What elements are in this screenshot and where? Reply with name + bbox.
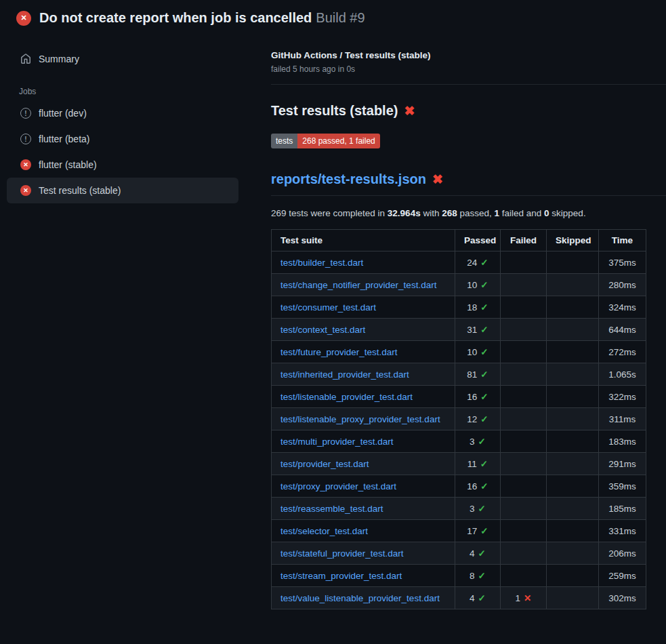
sidebar-item-summary[interactable]: Summary: [7, 46, 238, 72]
count-value: 4: [470, 593, 475, 603]
check-icon: ✓: [480, 392, 488, 402]
test-suite-link[interactable]: test/inherited_provider_test.dart: [280, 369, 409, 380]
check-icon: ✓: [478, 437, 486, 447]
time-cell: 644ms: [599, 319, 646, 341]
skipped-cell: [547, 408, 599, 430]
time-cell: 359ms: [599, 475, 646, 498]
test-suite-link[interactable]: test/context_test.dart: [280, 325, 365, 335]
skipped-cell: [547, 430, 599, 453]
column-header-failed: Failed: [501, 230, 547, 251]
column-header-test-suite: Test suite: [272, 230, 455, 251]
passed-cell: 8✓: [455, 565, 501, 587]
test-suite-link[interactable]: test/value_listenable_provider_test.dart: [280, 593, 440, 603]
column-header-time: Time: [599, 230, 646, 251]
test-suite-link[interactable]: test/proxy_provider_test.dart: [280, 481, 396, 491]
failed-status-icon: ✕: [16, 11, 31, 26]
suite-cell: test/stateful_provider_test.dart: [272, 542, 455, 565]
time-cell: 291ms: [599, 453, 646, 475]
count-value: 11: [467, 459, 477, 469]
table-row: test/reassemble_test.dart3✓185ms: [272, 498, 646, 520]
check-icon: ✓: [480, 347, 488, 357]
passed-cell: 18✓: [455, 296, 501, 319]
badge-value: 268 passed, 1 failed: [297, 134, 379, 148]
sidebar-item-label: flutter (beta): [39, 134, 89, 144]
table-row: test/value_listenable_provider_test.dart…: [272, 587, 646, 609]
failed-cell: 1✕: [501, 587, 547, 609]
jobs-list: ! flutter (dev) ! flutter (beta) ✕ flutt…: [7, 100, 238, 203]
check-icon: ✓: [480, 280, 488, 290]
failed-cell: [501, 341, 547, 363]
test-suite-link[interactable]: test/stream_provider_test.dart: [280, 571, 402, 581]
check-icon: ✓: [480, 526, 488, 536]
summary-line: 269 tests were completed in 32.964s with…: [271, 208, 666, 218]
cancelled-icon: !: [20, 134, 31, 144]
test-suite-link[interactable]: test/stateful_provider_test.dart: [280, 548, 404, 559]
count-value: 10: [467, 347, 477, 357]
suite-cell: test/change_notifier_provider_test.dart: [272, 274, 455, 296]
test-suite-link[interactable]: test/listenable_proxy_provider_test.dart: [280, 414, 440, 424]
time-cell: 206ms: [599, 542, 646, 565]
time-cell: 259ms: [599, 565, 646, 587]
page-header: ✕ Do not create report when job is cance…: [0, 0, 666, 34]
count-value: 31: [467, 325, 477, 335]
test-suite-link[interactable]: test/listenable_provider_test.dart: [280, 392, 413, 402]
report-file-link[interactable]: reports/test-results.json: [271, 172, 426, 187]
test-suite-link[interactable]: test/consumer_test.dart: [280, 302, 376, 313]
suite-cell: test/inherited_provider_test.dart: [272, 363, 455, 386]
passed-cell: 16✓: [455, 475, 501, 498]
sidebar-item-flutter-beta[interactable]: ! flutter (beta): [7, 126, 238, 152]
table-row: test/context_test.dart31✓644ms: [272, 319, 646, 341]
suite-cell: test/value_listenable_provider_test.dart: [272, 587, 455, 609]
skipped-cell: [547, 274, 599, 296]
column-header-skipped: Skipped: [547, 230, 599, 251]
check-icon: ✓: [480, 481, 488, 491]
summary-text: 269 tests were completed in: [271, 208, 388, 218]
failed-cell: [501, 520, 547, 542]
check-icon: ✓: [480, 325, 488, 335]
test-suite-link[interactable]: test/future_provider_test.dart: [280, 347, 398, 357]
summary-text: with: [421, 208, 442, 218]
test-results-table: Test suite Passed Failed Skipped Time te…: [271, 229, 646, 609]
failed-icon: ✕: [20, 159, 31, 170]
page-title: Do not create report when job is cancell…: [39, 10, 365, 26]
x-icon: ✕: [524, 593, 531, 603]
count-value: 3: [470, 504, 475, 514]
sidebar-item-test-results-stable[interactable]: ✕ Test results (stable): [7, 178, 238, 203]
time-cell: 185ms: [599, 498, 646, 520]
summary-text: failed and: [499, 208, 544, 218]
summary-passed-count: 268: [442, 208, 457, 218]
sidebar-item-flutter-stable[interactable]: ✕ flutter (stable): [7, 152, 238, 178]
sidebar-item-flutter-dev[interactable]: ! flutter (dev): [7, 100, 238, 126]
failed-cell: [501, 296, 547, 319]
suite-cell: test/builder_test.dart: [272, 251, 455, 274]
section-title-text: Test results (stable): [271, 103, 398, 119]
passed-cell: 3✓: [455, 430, 501, 453]
x-icon: ✖: [404, 104, 415, 117]
passed-cell: 3✓: [455, 498, 501, 520]
count-value: 1: [516, 593, 521, 603]
table-row: test/stream_provider_test.dart8✓259ms: [272, 565, 646, 587]
cancelled-icon: !: [20, 108, 31, 119]
failed-cell: [501, 453, 547, 475]
test-suite-link[interactable]: test/provider_test.dart: [280, 459, 369, 469]
summary-failed-count: 1: [495, 208, 500, 218]
count-value: 3: [470, 437, 475, 447]
check-icon: ✓: [480, 369, 488, 380]
test-suite-link[interactable]: test/reassemble_test.dart: [280, 504, 383, 514]
sidebar-item-label: flutter (stable): [39, 159, 97, 170]
time-cell: 272ms: [599, 341, 646, 363]
check-icon: ✓: [478, 548, 486, 559]
test-suite-link[interactable]: test/change_notifier_provider_test.dart: [280, 280, 436, 290]
check-icon: ✓: [480, 459, 488, 469]
skipped-cell: [547, 296, 599, 319]
run-meta: failed 5 hours ago in 0s: [271, 64, 666, 74]
test-suite-link[interactable]: test/selector_test.dart: [280, 526, 368, 536]
table-row: test/builder_test.dart24✓375ms: [272, 251, 646, 274]
time-cell: 280ms: [599, 274, 646, 296]
test-suite-link[interactable]: test/multi_provider_test.dart: [280, 437, 394, 447]
suite-cell: test/context_test.dart: [272, 319, 455, 341]
failed-cell: [501, 565, 547, 587]
test-suite-link[interactable]: test/builder_test.dart: [280, 258, 363, 268]
failed-cell: [501, 274, 547, 296]
suite-cell: test/selector_test.dart: [272, 520, 455, 542]
